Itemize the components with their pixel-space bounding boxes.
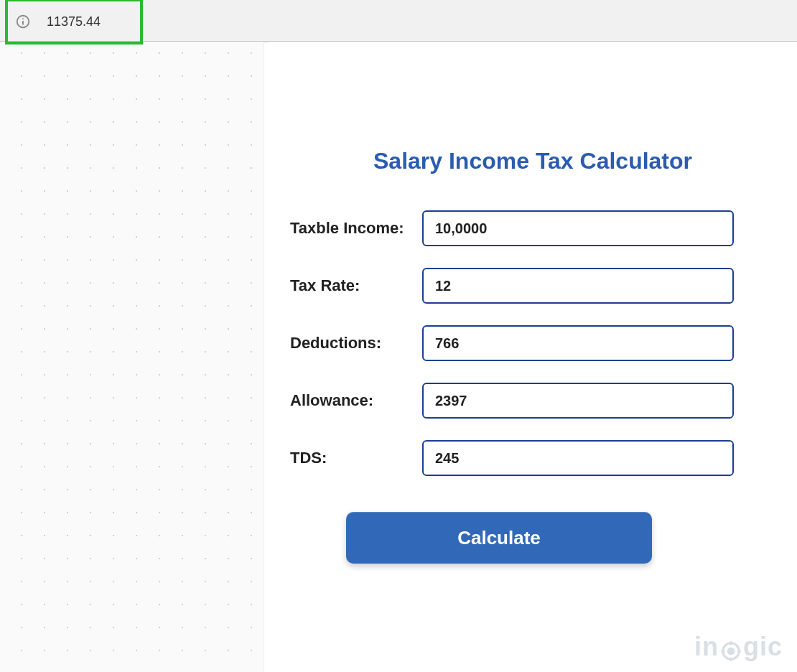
svg-point-2 — [22, 18, 24, 19]
svg-point-4 — [728, 648, 734, 654]
watermark-logo: in gic — [694, 632, 783, 662]
notification-value: 11375.44 — [47, 14, 101, 29]
content-area: Salary Income Tax Calculator Taxble Inco… — [0, 42, 797, 672]
top-bar: 11375.44 — [0, 0, 797, 42]
calculate-button[interactable]: Calculate — [346, 512, 652, 564]
label-tax-rate: Tax Rate: — [290, 276, 422, 295]
input-tax-rate[interactable] — [422, 268, 734, 304]
calculator-title: Salary Income Tax Calculator — [269, 148, 797, 174]
input-deductions[interactable] — [422, 325, 734, 361]
row-tax-rate: Tax Rate: — [269, 268, 797, 304]
label-taxable-income: Taxble Income: — [290, 219, 422, 238]
watermark-text-1: in — [694, 632, 719, 662]
row-deductions: Deductions: — [269, 325, 797, 361]
input-allowance[interactable] — [422, 383, 734, 419]
input-tds[interactable] — [422, 440, 734, 476]
row-tds: TDS: — [269, 440, 797, 476]
label-allowance: Allowance: — [290, 391, 422, 410]
notification-box: 11375.44 — [5, 0, 143, 45]
target-icon — [720, 638, 742, 660]
row-allowance: Allowance: — [269, 383, 797, 419]
calculator-panel: Salary Income Tax Calculator Taxble Inco… — [269, 42, 797, 672]
input-taxable-income[interactable] — [422, 210, 734, 246]
info-icon — [15, 14, 31, 29]
label-tds: TDS: — [290, 449, 422, 467]
canvas-background — [0, 42, 264, 672]
row-taxable-income: Taxble Income: — [269, 210, 797, 246]
label-deductions: Deductions: — [290, 334, 422, 353]
watermark-text-2: gic — [743, 632, 783, 662]
